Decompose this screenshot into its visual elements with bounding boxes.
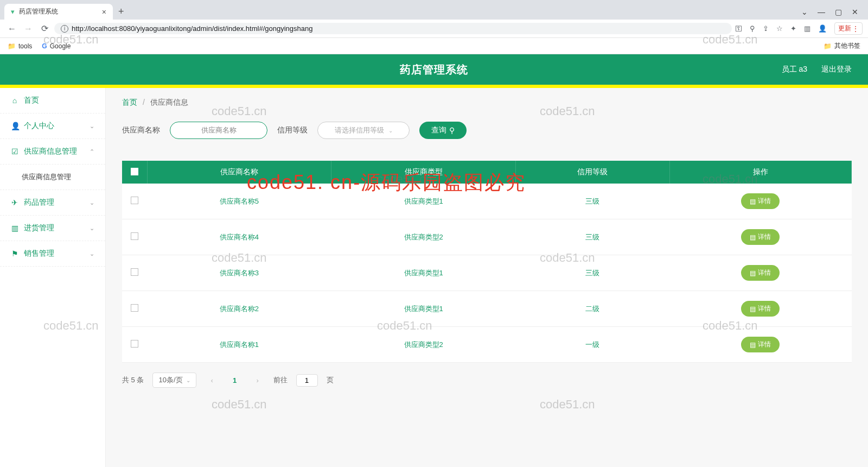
chevron-down-icon: ⌄ [388,128,393,134]
page-size-select[interactable]: 10条/页 ⌄ [152,373,196,388]
jump-input[interactable] [296,374,318,387]
app-header: 药店管理系统 员工 a3 退出登录 [0,54,868,85]
detail-button[interactable]: ▤ 详情 [741,265,780,281]
jump-suffix: 页 [327,375,334,385]
breadcrumb: 首页 / 供应商信息 [122,98,852,108]
bookmark-google[interactable]: G Google [42,42,71,50]
menu-supplier[interactable]: ☑ 供应商信息管理 ⌃ [0,139,105,165]
cell-credit: 二级 [516,291,670,327]
row-checkbox[interactable] [131,304,138,312]
home-icon: ⌂ [11,96,18,105]
query-button[interactable]: 查询 ⚲ [419,122,467,139]
extensions-icon[interactable]: ✦ [790,24,796,33]
key-icon[interactable]: ⚿ [735,24,742,33]
cell-name[interactable]: 供应商名称2 [147,291,331,327]
search-icon[interactable]: ⚲ [750,24,755,33]
page-number[interactable]: 1 [228,373,242,387]
cell-credit: 三级 [516,219,670,255]
cell-name[interactable]: 供应商名称4 [147,219,331,255]
doc-icon: ▤ [750,234,756,241]
filter-bar: 供应商名称 供应商名称 信用等级 请选择信用等级 ⌄ 查询 ⚲ [122,122,852,139]
menu-sales[interactable]: ⚑ 销售管理 ⌄ [0,241,105,267]
detail-button[interactable]: ▤ 详情 [741,193,780,209]
chevron-up-icon: ⌃ [90,148,94,155]
chevron-down-icon: ⌄ [90,123,94,130]
browser-tab-strip: ▾ 药店管理系统 × + ⌄ — ▢ ✕ [0,0,868,20]
menu-stock[interactable]: ▥ 进货管理 ⌄ [0,216,105,241]
filter-name-label: 供应商名称 [122,125,160,135]
update-button[interactable]: 更新⋮ [834,22,863,35]
menu-drug[interactable]: ✈ 药品管理 ⌄ [0,190,105,216]
site-info-icon[interactable]: i [61,25,68,33]
chevron-down-icon: ⌄ [90,225,94,232]
dropdown-icon[interactable]: ⌄ [801,8,808,16]
table-row: 供应商名称5供应商类型1三级▤ 详情 [122,184,852,219]
plane-icon: ✈ [11,198,18,207]
row-checkbox[interactable] [131,268,138,276]
cell-name[interactable]: 供应商名称1 [147,327,331,363]
logout-link[interactable]: 退出登录 [821,65,852,74]
credit-select[interactable]: 请选择信用等级 ⌄ [317,122,410,139]
bookmarks-bar: 📁 tools G Google 📁 其他书签 [0,38,868,54]
cell-type[interactable]: 供应商类型2 [331,327,516,363]
doc-icon: ▤ [750,341,756,349]
bookmark-icon[interactable]: ☆ [776,24,783,33]
breadcrumb-home[interactable]: 首页 [122,98,137,106]
tab-close-icon[interactable]: × [102,8,106,16]
cell-type[interactable]: 供应商类型1 [331,184,516,219]
cell-credit: 三级 [516,184,670,219]
bookmark-other[interactable]: 📁 其他书签 [824,41,860,51]
forward-icon[interactable]: → [22,24,35,34]
url-text: http://localhost:8080/yiyaoguanlixitong/… [72,24,312,33]
new-tab-button[interactable]: + [113,4,130,20]
chevron-down-icon: ⌄ [90,250,94,257]
cell-type[interactable]: 供应商类型1 [331,255,516,291]
folder-icon: 📁 [8,42,16,50]
url-bar: ← → ⟳ i http://localhost:8080/yiyaoguanl… [0,20,868,38]
doc-icon: ▤ [750,198,756,205]
person-icon: 👤 [11,122,18,130]
minimize-icon[interactable]: — [818,8,825,16]
row-checkbox[interactable] [131,197,138,204]
next-page-button[interactable]: › [251,373,265,387]
menu-home[interactable]: ⌂ 首页 [0,88,105,113]
tab-title: 药店管理系统 [19,7,58,16]
flag-icon: ⚑ [11,249,18,258]
maximize-icon[interactable]: ▢ [835,8,842,16]
back-icon[interactable]: ← [5,24,18,34]
content-area: 首页 / 供应商信息 供应商名称 供应商名称 信用等级 请选择信用等级 ⌄ 查询… [106,88,868,467]
list-icon: ☑ [11,147,18,156]
google-icon: G [42,42,47,50]
share-icon[interactable]: ⇪ [763,24,769,33]
user-label[interactable]: 员工 a3 [782,65,807,74]
profile-icon[interactable]: 👤 [818,24,827,33]
row-checkbox[interactable] [131,340,138,348]
supplier-name-input[interactable]: 供应商名称 [170,122,267,139]
jump-label: 前往 [273,375,288,385]
th-name: 供应商名称 [147,161,331,184]
cell-credit: 一级 [516,327,670,363]
cell-name[interactable]: 供应商名称3 [147,255,331,291]
browser-tab[interactable]: ▾ 药店管理系统 × [4,4,113,20]
chevron-down-icon: ⌄ [186,377,190,383]
menu-personal[interactable]: 👤 个人中心 ⌄ [0,113,105,139]
close-window-icon[interactable]: ✕ [852,8,858,16]
folder-icon: 📁 [824,42,832,50]
cell-name[interactable]: 供应商名称5 [147,184,331,219]
prev-page-button[interactable]: ‹ [205,373,219,387]
cell-type[interactable]: 供应商类型2 [331,219,516,255]
row-checkbox[interactable] [131,232,138,240]
select-all-checkbox[interactable] [131,168,138,175]
detail-button[interactable]: ▤ 详情 [741,337,780,352]
chevron-down-icon: ⌄ [90,199,94,206]
sidepanel-icon[interactable]: ▥ [804,24,810,33]
detail-button[interactable]: ▤ 详情 [741,301,780,317]
cell-type[interactable]: 供应商类型1 [331,291,516,327]
url-input[interactable]: i http://localhost:8080/yiyaoguanlixiton… [54,23,732,34]
reload-icon[interactable]: ⟳ [38,23,51,34]
bookmark-tools[interactable]: 📁 tools [8,42,32,50]
table-row: 供应商名称3供应商类型1三级▤ 详情 [122,255,852,291]
submenu-supplier-info[interactable]: 供应商信息管理 [0,165,105,190]
th-type: 供应商类型 [331,161,516,184]
detail-button[interactable]: ▤ 详情 [741,229,780,245]
